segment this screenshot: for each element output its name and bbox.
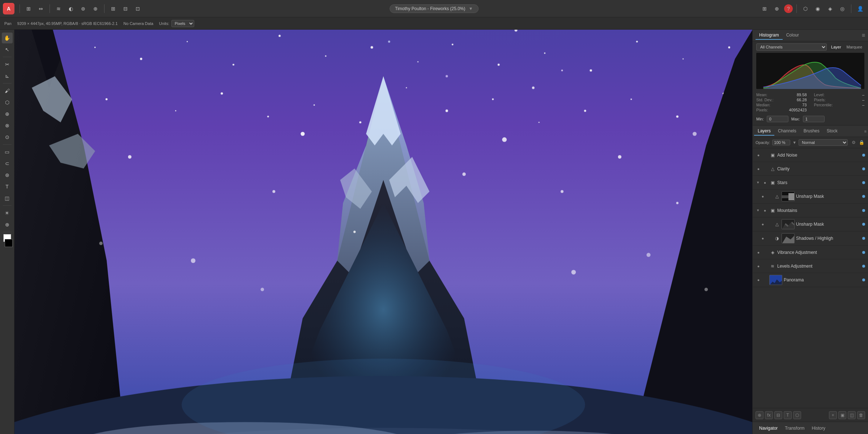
- background-color[interactable]: [5, 239, 13, 247]
- tab-brushes[interactable]: Brushes: [800, 127, 823, 136]
- new-layer-btn[interactable]: +: [829, 411, 837, 419]
- crop-tool[interactable]: ✂: [2, 59, 13, 70]
- layer-name: Stars: [777, 180, 861, 185]
- layer-group-btn[interactable]: ▣: [838, 411, 846, 419]
- histogram-menu-icon[interactable]: ≡: [862, 32, 865, 39]
- clone-tool[interactable]: ⊕: [2, 109, 13, 119]
- move-tool[interactable]: ↖: [2, 44, 13, 55]
- layer-active-dot: [862, 251, 865, 254]
- layer-item[interactable]: ● ◑ Shadows / Highligh: [753, 231, 868, 246]
- toolbar-btn-4[interactable]: ◎: [837, 4, 847, 14]
- layer-item[interactable]: ● ◈ Vibrance Adjustment: [753, 246, 868, 259]
- tab-colour[interactable]: Colour: [783, 31, 803, 40]
- layer-merge-btn[interactable]: ⬡: [793, 411, 801, 419]
- grid2-btn[interactable]: ⊟: [120, 4, 131, 14]
- camera-data: No Camera Data: [123, 21, 153, 26]
- min-input[interactable]: [767, 116, 788, 122]
- filter4-btn[interactable]: ⊕: [90, 4, 101, 14]
- layer-item[interactable]: ● Panorama: [753, 273, 868, 287]
- layer-item[interactable]: ▾ ● ▣ Stars: [753, 176, 868, 190]
- layer-visibility-toggle[interactable]: ●: [756, 264, 761, 268]
- zoom-tool[interactable]: ⊕: [2, 219, 13, 230]
- max-input[interactable]: [803, 116, 825, 122]
- layer-trash-btn[interactable]: 🗑: [857, 411, 865, 419]
- layer-adjustment-btn[interactable]: ◫: [848, 411, 856, 419]
- layer-visibility-toggle[interactable]: ●: [756, 153, 761, 157]
- layer-visibility-toggle[interactable]: ●: [760, 194, 766, 199]
- layer-item[interactable]: ● ≋ Levels Adjustment: [753, 259, 868, 273]
- layer-item[interactable]: ▾ ● ▣ Mountains: [753, 204, 868, 217]
- level-value: –: [862, 93, 864, 97]
- layer-visibility-toggle[interactable]: ●: [762, 208, 768, 213]
- duplicate-layer-btn[interactable]: ⊟: [774, 411, 782, 419]
- grid3-btn[interactable]: ⊡: [133, 4, 143, 14]
- group-collapse-btn[interactable]: ▾: [756, 208, 761, 213]
- group-collapse-btn[interactable]: ▾: [756, 180, 761, 185]
- sampler-tool[interactable]: ⊛: [2, 170, 13, 180]
- view-layer-btn[interactable]: Layer: [829, 44, 843, 50]
- brush-tool[interactable]: 🖌: [2, 85, 13, 96]
- view-marquee-btn[interactable]: Marquee: [844, 44, 864, 50]
- add-layer-mask-btn[interactable]: ⊕: [756, 411, 763, 419]
- svg-point-85: [571, 270, 576, 275]
- select-tool[interactable]: ▭: [2, 146, 13, 157]
- transform-tool-btn[interactable]: ⇔: [36, 4, 46, 14]
- units-select[interactable]: Pixels Inches cm: [171, 20, 194, 27]
- layer-fx-btn[interactable]: fx: [765, 411, 773, 419]
- layer-item[interactable]: ● △ Unsharp Mask: [753, 217, 868, 231]
- layer-visibility-toggle[interactable]: ●: [756, 167, 761, 171]
- tab-histogram[interactable]: Histogram: [756, 31, 783, 40]
- tab-stock[interactable]: Stock: [823, 127, 841, 136]
- svg-point-33: [106, 98, 108, 101]
- tab-navigator[interactable]: Navigator: [756, 424, 781, 432]
- dodge-tool[interactable]: ☀: [2, 208, 13, 218]
- patch-tool[interactable]: ⊙: [2, 132, 13, 142]
- gradient-tool[interactable]: ◫: [2, 193, 13, 204]
- layers-menu-icon[interactable]: ≡: [864, 129, 867, 133]
- layer-item[interactable]: ● ▣ Add Noise: [753, 148, 868, 162]
- toolbar-btn-3[interactable]: ◈: [825, 4, 835, 14]
- layer-visibility-toggle[interactable]: ●: [762, 180, 768, 185]
- layer-item[interactable]: ● △ Unsharp Mask: [753, 190, 868, 204]
- delete-layer-btn[interactable]: T: [784, 411, 792, 419]
- app-logo[interactable]: A: [3, 3, 14, 14]
- layer-lock-btn[interactable]: 🔒: [858, 139, 865, 146]
- tab-channels[interactable]: Channels: [774, 127, 800, 136]
- account-btn[interactable]: 👤: [855, 4, 865, 14]
- assistant-btn[interactable]: ⊕: [772, 4, 782, 14]
- layer-active-dot: [862, 181, 865, 184]
- layer-active-dot: [862, 265, 865, 268]
- lasso-tool[interactable]: ⊂: [2, 158, 13, 169]
- histogram-panel-tabs: Histogram Colour ≡: [753, 30, 868, 41]
- grid1-btn[interactable]: ⊞: [108, 4, 118, 14]
- blend-mode-select[interactable]: Normal Multiply Screen Overlay: [799, 139, 848, 146]
- layer-visibility-toggle[interactable]: ●: [756, 278, 761, 282]
- layer-visibility-toggle[interactable]: ●: [760, 236, 766, 241]
- filter2-btn[interactable]: ◐: [66, 4, 76, 14]
- layer-type-icon: ▣: [769, 152, 776, 158]
- layer-visibility-toggle[interactable]: ●: [760, 222, 766, 226]
- tab-layers[interactable]: Layers: [754, 127, 774, 136]
- opacity-dropdown[interactable]: ▼: [792, 140, 796, 145]
- arrange-tool-btn[interactable]: ⊞: [24, 4, 34, 14]
- paint-tool[interactable]: ⬡: [2, 97, 13, 108]
- plugins-btn[interactable]: ⬡: [800, 4, 810, 14]
- filter3-btn[interactable]: ⊛: [78, 4, 88, 14]
- canvas-area[interactable]: [14, 30, 752, 434]
- pan-tool[interactable]: ✋: [2, 33, 13, 43]
- layer-settings-btn[interactable]: ⚙: [850, 139, 857, 146]
- opacity-input[interactable]: [772, 140, 790, 145]
- toolbar-btn-2[interactable]: ◉: [813, 4, 823, 14]
- tab-history[interactable]: History: [808, 424, 829, 432]
- filter1-btn[interactable]: ≋: [54, 4, 64, 14]
- layer-active-dot: [862, 209, 865, 212]
- help-btn[interactable]: ?: [784, 4, 793, 13]
- heal-tool[interactable]: ⊗: [2, 120, 13, 131]
- tab-transform[interactable]: Transform: [781, 424, 808, 432]
- view-btn[interactable]: ⊞: [760, 4, 770, 14]
- channel-select[interactable]: All Channels Red Green Blue: [756, 43, 827, 51]
- layer-visibility-toggle[interactable]: ●: [756, 250, 761, 255]
- text-tool[interactable]: T: [2, 181, 13, 192]
- straighten-tool[interactable]: ⊾: [2, 71, 13, 81]
- layer-item[interactable]: ● △ Clarity: [753, 162, 868, 176]
